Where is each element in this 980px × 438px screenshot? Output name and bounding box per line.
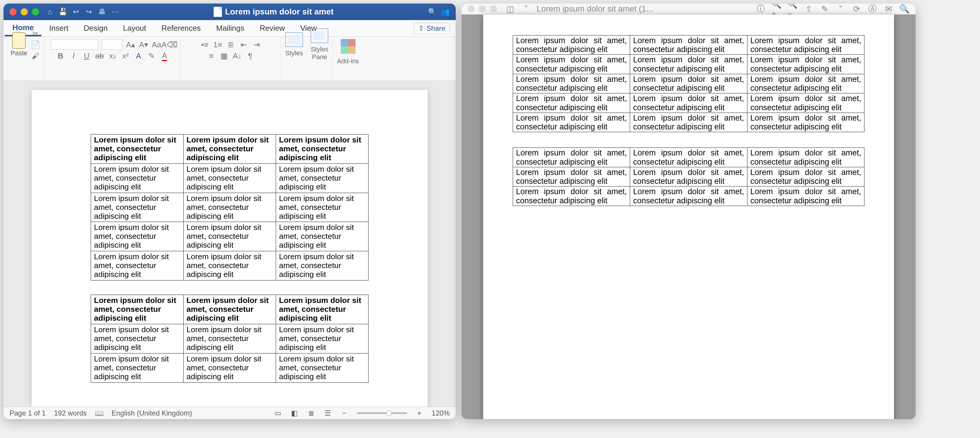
focus-view-icon[interactable]: ◧ — [291, 409, 299, 417]
table-cell[interactable]: Lorem ipsum dolor sit amet, consectetur … — [91, 222, 183, 251]
minimize-window-button[interactable] — [21, 8, 28, 15]
rotate-icon[interactable]: ⟳ — [851, 3, 862, 14]
preview-body[interactable]: Lorem ipsum dolor sit amet, consectetur … — [461, 14, 916, 419]
table-cell[interactable]: Lorem ipsum dolor sit amet, consectetur … — [630, 167, 747, 186]
align-left-icon[interactable]: ≡ — [207, 51, 216, 61]
table-cell[interactable]: Lorem ipsum dolor sit amet, consectetur … — [276, 163, 369, 193]
status-words[interactable]: 192 words — [54, 409, 87, 417]
table-cell[interactable]: Lorem ipsum dolor sit amet, consectetur … — [276, 353, 369, 382]
tab-references[interactable]: References — [154, 20, 208, 37]
zoom-percent[interactable]: 120% — [432, 409, 450, 417]
redo-icon[interactable]: ↪ — [84, 7, 93, 16]
preview-close-button[interactable] — [468, 5, 475, 13]
table-header-cell[interactable]: Lorem ipsum dolor sit amet, consectetur … — [630, 148, 747, 167]
tab-insert[interactable]: Insert — [41, 20, 76, 37]
table-cell[interactable]: Lorem ipsum dolor sit amet, consectetur … — [91, 324, 183, 353]
table-header-cell[interactable]: Lorem ipsum dolor sit amet, consectetur … — [630, 35, 747, 55]
zoom-out-preview-icon[interactable]: 🔍− — [788, 3, 798, 14]
undo-icon[interactable]: ↩ — [72, 7, 80, 16]
share-button[interactable]: ⇪Share — [414, 23, 450, 34]
table-cell[interactable]: Lorem ipsum dolor sit amet, consectetur … — [747, 55, 864, 74]
addins-button[interactable]: Add-ins — [337, 39, 359, 65]
share-preview-icon[interactable]: ⇧ — [803, 3, 814, 14]
copy-icon[interactable]: 📄 — [31, 40, 40, 49]
table-header-cell[interactable]: Lorem ipsum dolor sit amet, consectetur … — [276, 134, 369, 164]
preview-maximize-button[interactable] — [490, 5, 497, 13]
chevron-down-2-icon[interactable]: ˅ — [835, 3, 846, 14]
table-cell[interactable]: Lorem ipsum dolor sit amet, consectetur … — [183, 193, 276, 222]
table-cell[interactable]: Lorem ipsum dolor sit amet, consectetur … — [91, 193, 183, 222]
tab-mailings[interactable]: Mailings — [208, 20, 252, 37]
table-cell[interactable]: Lorem ipsum dolor sit amet, consectetur … — [630, 113, 747, 132]
highlight-preview-icon[interactable]: Ⓐ — [867, 3, 878, 14]
styles-button[interactable]: Styles — [285, 32, 303, 57]
table-cell[interactable]: Lorem ipsum dolor sit amet, consectetur … — [630, 55, 747, 74]
table-header-cell[interactable]: Lorem ipsum dolor sit amet, consectetur … — [91, 295, 183, 324]
subscript-icon[interactable]: x₂ — [108, 51, 117, 61]
paste-button[interactable]: Paste — [11, 32, 27, 57]
document-page[interactable]: Lorem ipsum dolor sit amet, consectetur … — [32, 90, 428, 407]
zoom-out-icon[interactable]: − — [340, 409, 348, 417]
table-cell[interactable]: Lorem ipsum dolor sit amet, consectetur … — [183, 163, 276, 193]
zoom-thumb[interactable] — [386, 411, 391, 416]
table-cell[interactable]: Lorem ipsum dolor sit amet, consectetur … — [513, 74, 630, 93]
search-icon[interactable]: 🔍 — [428, 7, 437, 16]
crop-icon[interactable]: ✉ — [883, 3, 894, 14]
web-layout-view-icon[interactable]: ≣ — [307, 409, 315, 417]
table-cell[interactable]: Lorem ipsum dolor sit amet, consectetur … — [183, 251, 276, 280]
bullets-icon[interactable]: •≡ — [200, 40, 210, 49]
table-cell[interactable]: Lorem ipsum dolor sit amet, consectetur … — [513, 93, 630, 113]
table-cell[interactable]: Lorem ipsum dolor sit amet, consectetur … — [630, 186, 747, 206]
table-cell[interactable]: Lorem ipsum dolor sit amet, consectetur … — [276, 324, 369, 353]
table-header-cell[interactable]: Lorem ipsum dolor sit amet, consectetur … — [747, 148, 864, 167]
sidebar-toggle-icon[interactable]: ◫ — [505, 3, 515, 14]
italic-icon[interactable]: I — [69, 51, 78, 61]
table-header-cell[interactable]: Lorem ipsum dolor sit amet, consectetur … — [183, 134, 276, 164]
highlight-icon[interactable]: ✎ — [147, 51, 156, 61]
print-layout-view-icon[interactable]: ▭ — [274, 409, 282, 417]
borders-icon[interactable]: ▦ — [220, 51, 229, 61]
zoom-in-icon[interactable]: + — [415, 409, 423, 417]
home-icon[interactable]: ⌂ — [46, 7, 54, 16]
chevron-down-icon[interactable]: ˅ — [521, 3, 531, 14]
superscript-icon[interactable]: x² — [121, 51, 130, 61]
table-cell[interactable]: Lorem ipsum dolor sit amet, consectetur … — [183, 222, 276, 251]
table-cell[interactable]: Lorem ipsum dolor sit amet, consectetur … — [747, 186, 864, 206]
spellcheck-icon[interactable]: 📖 — [95, 409, 103, 417]
table-cell[interactable]: Lorem ipsum dolor sit amet, consectetur … — [630, 74, 747, 93]
styles-pane-button[interactable]: Styles Pane — [310, 29, 328, 61]
tab-design[interactable]: Design — [76, 20, 115, 37]
status-page[interactable]: Page 1 of 1 — [10, 409, 46, 417]
table-cell[interactable]: Lorem ipsum dolor sit amet, consectetur … — [513, 186, 630, 206]
clear-format-icon[interactable]: A⌫ — [165, 40, 174, 49]
table-cell[interactable]: Lorem ipsum dolor sit amet, consectetur … — [513, 113, 630, 132]
change-case-icon[interactable]: Aa — [152, 40, 161, 49]
table-cell[interactable]: Lorem ipsum dolor sit amet, consectetur … — [747, 113, 864, 132]
info-icon[interactable]: ⓘ — [756, 3, 766, 14]
table-header-cell[interactable]: Lorem ipsum dolor sit amet, consectetur … — [747, 35, 864, 55]
more-icon[interactable]: ⋯ — [111, 7, 119, 16]
table-cell[interactable]: Lorem ipsum dolor sit amet, consectetur … — [513, 55, 630, 74]
save-icon[interactable]: 💾 — [59, 7, 67, 16]
table-cell[interactable]: Lorem ipsum dolor sit amet, consectetur … — [91, 353, 183, 382]
outline-view-icon[interactable]: ☰ — [324, 409, 332, 417]
status-language[interactable]: English (United Kingdom) — [112, 409, 192, 417]
tab-layout[interactable]: Layout — [115, 20, 154, 37]
close-window-button[interactable] — [10, 8, 17, 15]
bold-icon[interactable]: B — [56, 51, 65, 61]
text-effects-icon[interactable]: A — [134, 51, 143, 61]
increase-indent-icon[interactable]: ⇥ — [252, 40, 262, 49]
table-header-cell[interactable]: Lorem ipsum dolor sit amet, consectetur … — [91, 134, 183, 164]
maximize-window-button[interactable] — [32, 8, 39, 15]
decrease-indent-icon[interactable]: ⇤ — [239, 40, 248, 49]
markup-icon[interactable]: ✎ — [819, 3, 830, 14]
table-header-cell[interactable]: Lorem ipsum dolor sit amet, consectetur … — [183, 295, 276, 324]
print-icon[interactable]: 🖶 — [97, 7, 107, 16]
grow-font-icon[interactable]: A▴ — [126, 40, 135, 49]
table-cell[interactable]: Lorem ipsum dolor sit amet, consectetur … — [276, 193, 369, 222]
format-painter-icon[interactable]: 🖌 — [31, 51, 40, 61]
table-cell[interactable]: Lorem ipsum dolor sit amet, consectetur … — [630, 93, 747, 113]
strikethrough-icon[interactable]: ab — [95, 51, 104, 61]
table-cell[interactable]: Lorem ipsum dolor sit amet, consectetur … — [747, 93, 864, 113]
zoom-in-preview-icon[interactable]: 🔍+ — [772, 3, 782, 14]
